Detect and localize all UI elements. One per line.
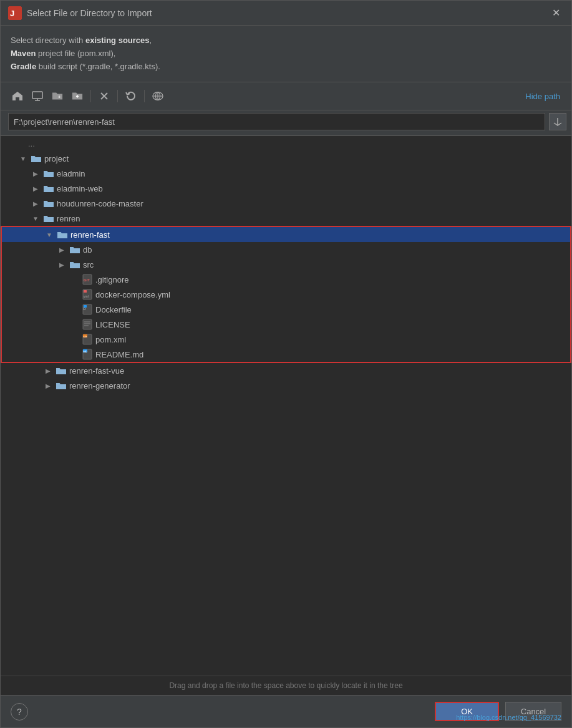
tree-item-eladmin-web[interactable]: ▶ eladmin-web — [1, 181, 571, 196]
tree-item-eladmin[interactable]: ▶ eladmin — [1, 166, 571, 181]
expand-icon-dockerfile — [69, 304, 79, 314]
path-input[interactable] — [8, 113, 545, 130]
tree-item-src[interactable]: ▶ src — [2, 257, 570, 272]
app-icon: J — [8, 6, 22, 20]
folder-icon-eladmin-web — [43, 184, 54, 193]
pomxml-icon: </> — [82, 334, 93, 345]
folder-icon-renren-fast-vue — [56, 366, 67, 375]
home-button[interactable] — [8, 87, 27, 105]
gitignore-icon: GIT — [82, 274, 93, 285]
svg-text:D: D — [84, 307, 86, 311]
svg-text:</>: </> — [84, 335, 87, 338]
folder-icon-src — [69, 260, 80, 269]
folder-up-button[interactable] — [68, 87, 87, 105]
item-label-license: LICENSE — [95, 320, 130, 329]
item-label-renren-fast-vue: renren-fast-vue — [69, 366, 124, 376]
item-label-docker-compose: docker-compose.yml — [95, 290, 170, 299]
item-label: ... — [28, 139, 35, 148]
svg-rect-2 — [32, 92, 42, 99]
expand-icon-license — [69, 319, 79, 329]
svg-text:MD: MD — [84, 350, 87, 353]
tree-item-gitignore[interactable]: GIT .gitignore — [2, 272, 570, 287]
refresh-button[interactable] — [122, 87, 140, 105]
svg-rect-20 — [83, 319, 92, 329]
dialog-title: Select File or Directory to Import — [27, 8, 152, 18]
tree-item-db[interactable]: ▶ db — [2, 242, 570, 257]
expand-icon-docker-compose — [69, 289, 79, 299]
item-label-renren-generator: renren-generator — [69, 381, 130, 391]
separator-2 — [117, 90, 118, 102]
tree-item-renren[interactable]: ▼ renren — [1, 211, 571, 226]
delete-button[interactable] — [95, 87, 114, 105]
red-outline-group: ▼ renren-fast ▶ db — [1, 226, 571, 363]
svg-text:+: + — [58, 94, 61, 100]
desc-line3: Gradle build script (*.gradle, *.gradle.… — [11, 62, 160, 71]
hide-path-button[interactable]: Hide path — [521, 89, 564, 104]
item-label-houdunren: houdunren-code-master — [57, 199, 143, 208]
folder-icon-renren-fast — [57, 230, 68, 239]
tree-item-project[interactable]: ▼ project — [1, 151, 571, 166]
separator-3 — [144, 90, 145, 102]
dialog-footer: ? OK Cancel — [1, 695, 571, 727]
tree-item-pomxml[interactable]: </> pom.xml — [2, 332, 570, 347]
tree-item-houdunren[interactable]: ▶ houdunren-code-master — [1, 196, 571, 211]
watermark-link: https://blog.csdn.net/qq_41569732 — [456, 714, 561, 721]
network-button[interactable] — [148, 87, 167, 105]
toolbar: + — [1, 82, 571, 110]
expand-chevron-src: ▶ — [57, 260, 67, 269]
separator-1 — [90, 90, 91, 102]
desc-line1: Select directory with existing sources, — [11, 36, 152, 45]
item-label-gitignore: .gitignore — [95, 275, 128, 284]
new-folder-button[interactable]: + — [48, 87, 67, 105]
folder-icon-eladmin — [43, 169, 54, 178]
tree-item-docker-compose[interactable]: yml docker-compose.yml — [2, 287, 570, 302]
expand-chevron-renren-generator: ▶ — [43, 381, 53, 391]
monitor-button[interactable] — [28, 87, 47, 105]
expand-chevron-db: ▶ — [57, 245, 67, 255]
expand-chevron-renren-fast-vue: ▶ — [43, 366, 53, 376]
description-text: Select directory with existing sources, … — [1, 26, 571, 82]
tree-item-renren-fast[interactable]: ▼ renren-fast — [2, 227, 570, 242]
item-label-db: db — [83, 245, 92, 255]
expand-icon-readme — [69, 349, 79, 359]
item-label-eladmin-web: eladmin-web — [57, 184, 103, 193]
tree-item-ellipsis[interactable]: ... — [1, 136, 571, 151]
path-go-button[interactable] — [549, 113, 566, 130]
svg-text:yml: yml — [84, 294, 89, 298]
readme-icon: MD — [82, 349, 93, 360]
expand-chevron-renren: ▼ — [31, 213, 41, 223]
folder-icon-project — [31, 154, 42, 163]
item-label-readme: README.md — [95, 350, 143, 359]
expand-icon — [18, 138, 28, 148]
item-label-renren-fast: renren-fast — [70, 230, 110, 240]
expand-chevron-renren-fast: ▼ — [44, 230, 54, 240]
path-bar — [1, 110, 571, 135]
folder-icon-houdunren — [43, 199, 54, 208]
item-label-eladmin: eladmin — [57, 169, 85, 178]
title-bar: J Select File or Directory to Import ✕ — [1, 1, 571, 26]
svg-rect-15 — [84, 290, 87, 293]
tree-item-renren-fast-vue[interactable]: ▶ renren-fast-vue — [1, 363, 571, 378]
svg-text:J: J — [10, 9, 14, 18]
tree-item-renren-generator[interactable]: ▶ renren-generator — [1, 378, 571, 393]
drag-hint: Drag and drop a file into the space abov… — [1, 676, 571, 695]
desc-line2: Maven project file (pom.xml), — [11, 49, 115, 58]
item-label-src: src — [83, 260, 94, 269]
docker-compose-icon: yml — [82, 289, 93, 300]
folder-icon-renren-generator — [56, 381, 67, 390]
item-label-pomxml: pom.xml — [95, 335, 126, 344]
help-button[interactable]: ? — [11, 703, 28, 721]
file-tree[interactable]: ... ▼ project ▶ eladmin ▶ — [1, 135, 571, 676]
title-bar-left: J Select File or Directory to Import — [8, 6, 152, 20]
item-label-renren: renren — [57, 214, 80, 223]
item-label-dockerfile: Dockerfile — [95, 305, 132, 314]
license-icon — [82, 319, 93, 330]
tree-item-readme[interactable]: MD README.md — [2, 347, 570, 362]
dockerfile-icon: D — [82, 304, 93, 315]
tree-item-dockerfile[interactable]: D Dockerfile — [2, 302, 570, 317]
import-dialog: J Select File or Directory to Import ✕ S… — [0, 0, 572, 728]
close-button[interactable]: ✕ — [548, 6, 564, 20]
expand-chevron-eladmin: ▶ — [31, 168, 41, 178]
tree-item-license[interactable]: LICENSE — [2, 317, 570, 332]
folder-icon-db — [69, 245, 80, 254]
